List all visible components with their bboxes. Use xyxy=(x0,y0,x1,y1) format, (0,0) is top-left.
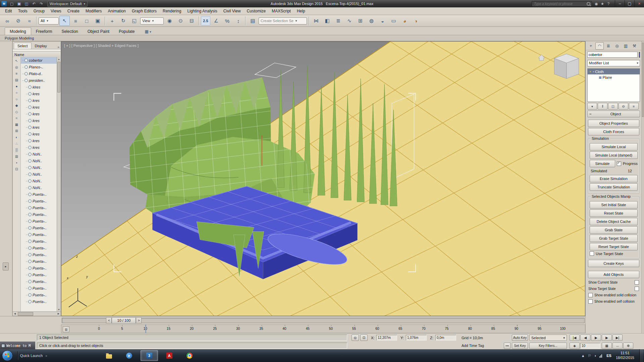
select-and-manipulate-icon[interactable]: ⊙ xyxy=(175,16,186,26)
remove-modifier-icon[interactable]: ⊖ xyxy=(619,103,628,110)
list-item[interactable]: Puerta-.. xyxy=(21,191,57,198)
manip-button[interactable]: Set Initial State xyxy=(590,201,638,208)
explorer-tab[interactable]: Display xyxy=(32,43,50,49)
list-item[interactable]: kres xyxy=(21,117,57,124)
explorer-vertical-scrollbar[interactable]: ▲ ▼ xyxy=(57,57,61,311)
rectangular-selection-icon[interactable]: □ xyxy=(82,16,92,26)
ribbon-tab[interactable]: Selection xyxy=(57,28,83,35)
search-icon[interactable] xyxy=(587,2,590,6)
set-key-button[interactable]: Set Key xyxy=(512,343,528,349)
motion-tab[interactable]: ◎ xyxy=(613,42,621,50)
scroll-down-icon[interactable]: ▼ xyxy=(57,307,61,311)
show-groups-icon[interactable]: ▦ xyxy=(14,121,20,128)
simulate-local-damped-button[interactable]: Simulate Local (damped) xyxy=(590,152,638,159)
manip-button[interactable]: Reset State xyxy=(590,209,638,217)
viewport-label[interactable]: [ + ] [ Perspective ] [ Shaded + Edged F… xyxy=(64,44,139,48)
scrollbar-thumb[interactable] xyxy=(57,62,60,93)
y-coord-field[interactable] xyxy=(406,335,427,341)
select-and-link-icon[interactable]: ∞ xyxy=(2,16,12,26)
ribbon-tab[interactable]: Modeling xyxy=(5,27,31,35)
cloth-forces-button[interactable]: Cloth Forces xyxy=(588,128,639,135)
list-item[interactable]: Puerta-.. xyxy=(21,265,57,272)
utilities-tab[interactable]: ⚒ xyxy=(630,42,639,50)
modifier-list-dropdown[interactable]: Modifier List ▾ xyxy=(587,60,640,66)
ribbon-collapsed-panel[interactable]: Polygon Modeling xyxy=(0,35,644,41)
key-filter-scope-dropdown[interactable]: Selected ▾ xyxy=(529,335,567,341)
time-slider[interactable]: < 10 / 100 > xyxy=(61,317,585,324)
go-to-end-button[interactable]: ▶| xyxy=(612,335,623,341)
manip-button[interactable]: Grab State xyxy=(590,226,638,234)
erase-simulation-button[interactable]: Erase Simulation xyxy=(590,175,638,182)
create-tab[interactable]: + xyxy=(587,42,595,50)
list-item[interactable]: Puerta-.. xyxy=(21,231,57,238)
next-frame-button[interactable]: > xyxy=(136,317,142,323)
auto-key-button[interactable]: Auto Key xyxy=(512,335,528,341)
menu-item[interactable]: Help xyxy=(294,8,308,14)
show-desktop-button[interactable] xyxy=(639,349,643,362)
sign-in-icon[interactable]: ◉ xyxy=(593,2,599,6)
menu-item[interactable]: MAXScript xyxy=(269,8,294,14)
pin-explorer-icon[interactable]: ▪ xyxy=(14,160,20,166)
list-item[interactable]: cobertor xyxy=(21,57,57,64)
save-file-icon[interactable]: ◫ xyxy=(23,1,30,7)
show-hidden-icon[interactable]: ▥ xyxy=(14,153,20,160)
configure-modifier-sets-icon[interactable]: ≡ xyxy=(629,103,639,110)
modifier-stack-item[interactable]: ▦ Plane xyxy=(588,74,640,80)
object-properties-button[interactable]: Object Properties xyxy=(588,120,639,127)
list-item[interactable]: Puerta-.. xyxy=(21,204,57,211)
ribbon-tab[interactable]: Populate xyxy=(114,28,139,35)
menu-item[interactable]: Lighting Analysis xyxy=(184,8,220,14)
snaps-toggle[interactable]: 2.5 xyxy=(201,16,210,25)
display-tab[interactable]: ▥ xyxy=(622,42,630,50)
scroll-right-icon[interactable]: ▶ xyxy=(56,312,61,316)
explorer-tab[interactable]: Select xyxy=(14,43,32,49)
window-crossing-icon[interactable]: ▣ xyxy=(93,16,103,26)
internet-explorer-icon[interactable]: e xyxy=(120,350,138,361)
edit-named-sets-icon[interactable]: ▤ xyxy=(248,16,258,26)
language-indicator[interactable]: ES xyxy=(605,353,613,358)
show-option-checkbox[interactable] xyxy=(588,299,593,304)
list-item[interactable]: Puerta-.. xyxy=(21,298,57,305)
list-item[interactable]: Puerta-.. xyxy=(21,245,57,251)
render-iterative-icon[interactable]: ◑ xyxy=(411,16,421,26)
volume-icon[interactable]: ◖ xyxy=(594,354,597,358)
select-and-rotate-icon[interactable]: ↻ xyxy=(118,16,128,26)
selection-lock-toggle[interactable]: ⊡ xyxy=(360,335,368,341)
viewport-canvas[interactable] xyxy=(61,42,585,316)
list-item[interactable]: kres xyxy=(21,137,57,144)
hierarchy-tab[interactable]: ≣ xyxy=(604,42,612,50)
list-item[interactable]: Puerta-.. xyxy=(21,258,57,265)
render-production-icon[interactable]: ◕ xyxy=(399,16,410,26)
previous-frame-button[interactable]: ◀ xyxy=(580,335,590,341)
schematic-view-icon[interactable]: ⊞ xyxy=(355,16,366,26)
list-item[interactable]: NoN.. xyxy=(21,171,57,178)
track-bar-mode-icon[interactable]: ▥ xyxy=(63,326,69,332)
modify-tab[interactable]: ◠ xyxy=(595,42,604,50)
go-to-start-button[interactable]: |◀ xyxy=(570,335,580,341)
object-color-swatch[interactable] xyxy=(639,52,640,58)
menu-item[interactable]: Create xyxy=(64,8,83,14)
scrollbar-thumb[interactable] xyxy=(642,43,644,117)
show-end-result-icon[interactable]: ‖ xyxy=(598,103,607,110)
clock[interactable]: 11:51 18/02/2015 xyxy=(616,351,634,360)
key-filters-button[interactable]: Key Filters... xyxy=(529,343,567,349)
show-frozen-icon[interactable]: ▒ xyxy=(14,147,20,153)
list-item[interactable]: kres xyxy=(21,97,57,104)
visibility-bulb-icon[interactable]: ● xyxy=(589,70,592,73)
menu-item[interactable]: Civil View xyxy=(220,8,244,14)
action-center-icon[interactable]: ⚐ xyxy=(588,354,591,358)
list-item[interactable]: kres xyxy=(21,111,57,117)
folder-icon[interactable] xyxy=(100,350,118,361)
hidden-icons-button[interactable]: ▲ xyxy=(581,354,585,358)
scrollbar-thumb[interactable] xyxy=(18,312,33,316)
manip-button[interactable]: Reset Target State xyxy=(590,243,638,250)
list-item[interactable]: kres xyxy=(21,131,57,137)
layer-manager-icon[interactable]: ≣ xyxy=(333,16,343,26)
curve-editor-icon[interactable]: ∿ xyxy=(344,16,355,26)
minimized-welcome-window[interactable]: Welcome to M xyxy=(0,342,35,350)
x-coord-field[interactable] xyxy=(376,335,397,341)
close-button[interactable]: × xyxy=(634,0,644,7)
overflow-chevron-icon[interactable]: » xyxy=(56,45,61,49)
perspective-viewport[interactable]: [ + ] [ Perspective ] [ Shaded + Edged F… xyxy=(61,41,585,316)
explorer-horizontal-scrollbar[interactable]: ◀ ▶ xyxy=(13,311,61,316)
